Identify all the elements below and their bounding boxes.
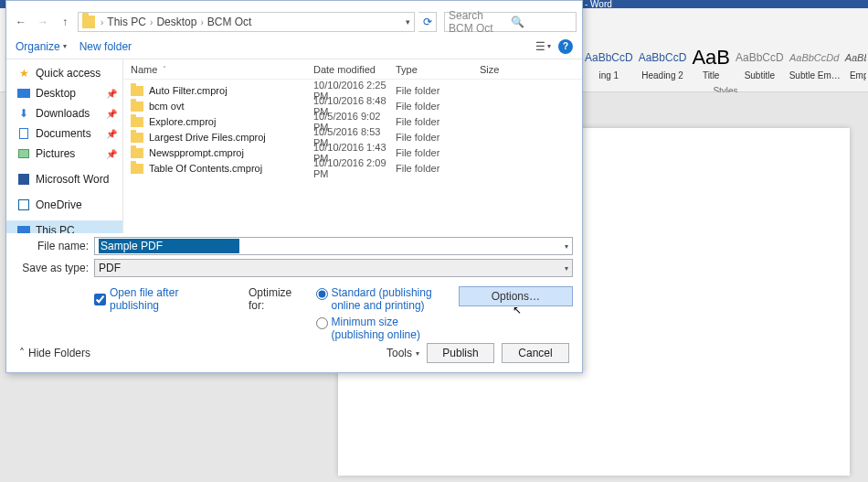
style-item[interactable]: AaBbCcDdSubtle Em… [789, 45, 840, 80]
search-icon: 🔍 [511, 16, 573, 28]
col-type: Type [388, 64, 472, 75]
chevron-down-icon[interactable]: ▾ [565, 264, 568, 273]
search-placeholder: Search BCM Oct [449, 9, 511, 35]
desk-icon [17, 88, 30, 99]
options-area: Open file after publishing Optimize for:… [6, 283, 582, 341]
folder-icon [131, 148, 143, 158]
style-item[interactable]: AaBTitle [692, 45, 730, 80]
star-icon: ★ [17, 68, 30, 79]
open-after-checkbox[interactable]: Open file after publishing [94, 286, 230, 312]
navpane-item[interactable]: Desktop📌 [6, 83, 122, 103]
save-dialog: ← → ↑ › This PC › Desktop › BCM Oct ▾ ⟳ … [5, 0, 583, 373]
navpane-item[interactable]: Documents📌 [6, 123, 122, 144]
refresh-button[interactable]: ⟳ [418, 12, 437, 32]
optimize-standard-radio[interactable]: Standard (publishing online and printing… [316, 286, 440, 312]
file-rows: Auto Filter.cmproj10/10/2016 2:25 PMFile… [123, 80, 582, 233]
style-item[interactable]: AaBbCcDing 1 [585, 45, 633, 80]
organize-menu[interactable]: Organize▾ [16, 40, 67, 53]
styles-gallery: AaBbCcDing 1AaBbCcDHeading 2AaBTitleAaBb… [585, 40, 866, 84]
file-name-input[interactable]: ▾ [94, 237, 573, 255]
file-row[interactable]: Table Of Contents.cmproj10/10/2016 2:09 … [123, 157, 582, 173]
navpane-label: This PC [36, 224, 75, 233]
pin-icon: 📌 [106, 149, 117, 159]
pin-icon: 📌 [106, 129, 117, 139]
chevron-up-icon: ˄ [19, 347, 25, 359]
save-type-label: Save as type: [16, 262, 89, 274]
navpane-item[interactable]: Pictures📌 [6, 144, 122, 164]
navpane-item[interactable]: OneDrive [6, 195, 122, 215]
navpane-item[interactable]: ⬇Downloads📌 [6, 103, 122, 123]
chevron-right-icon: › [101, 17, 103, 27]
help-button[interactable]: ? [558, 39, 573, 54]
pin-icon: 📌 [106, 109, 117, 119]
doc-icon [17, 128, 30, 139]
chevron-down-icon[interactable]: ▾ [565, 242, 568, 251]
navpane-label: Quick access [36, 67, 101, 80]
col-size: Size [472, 64, 545, 75]
cancel-button[interactable]: Cancel [502, 343, 569, 363]
style-item[interactable]: AaBbCcDSubtitle [736, 45, 784, 80]
tools-menu[interactable]: Tools ▾ [386, 347, 419, 359]
navpane-label: Desktop [36, 87, 76, 100]
folder-icon [131, 102, 143, 112]
publish-button[interactable]: Publish [427, 343, 494, 363]
chevron-down-icon[interactable]: ▾ [406, 17, 410, 27]
optimize-for: Optimize for: Standard (publishing onlin… [249, 286, 440, 341]
optimize-minimum-radio[interactable]: Minimum size (publishing online) [316, 316, 440, 341]
fields: File name: ▾ Save as type: PDF ▾ [6, 233, 582, 283]
navpane-label: Documents [36, 127, 91, 140]
file-row[interactable]: Auto Filter.cmproj10/10/2016 2:25 PMFile… [123, 80, 582, 95]
nav-row: ← → ↑ › This PC › Desktop › BCM Oct ▾ ⟳ … [6, 10, 582, 34]
forward-button[interactable]: → [34, 13, 52, 31]
word-title: - Word [585, 0, 612, 8]
folder-icon [82, 16, 95, 28]
chevron-right-icon: › [200, 17, 203, 27]
file-row[interactable]: bcm ovt10/10/2016 8:48 PMFile folder [123, 95, 582, 111]
navpane-label: Downloads [36, 107, 90, 120]
optimize-label: Optimize for: [249, 286, 311, 312]
folder-icon [131, 164, 143, 174]
file-row[interactable]: Explore.cmproj10/5/2016 9:02 PMFile fold… [123, 111, 582, 126]
pc-icon [17, 225, 30, 233]
style-item[interactable]: AaBbCcDHeading 2 [639, 45, 687, 80]
cursor-icon: ↖ [513, 304, 522, 316]
col-name: Name˄ [123, 64, 306, 75]
search-input[interactable]: Search BCM Oct 🔍 [444, 12, 577, 32]
file-list: Name˄ Date modified Type Size Auto Filte… [123, 59, 582, 233]
file-row[interactable]: Largest Drive Files.cmproj10/5/2016 8:53… [123, 126, 582, 142]
navpane-item[interactable]: This PC [6, 220, 122, 233]
col-modified: Date modified [306, 64, 388, 75]
wordic-icon [17, 174, 30, 185]
dialog-toolbar: Organize▾ New folder ☰▾ ? [6, 34, 582, 59]
navpane-item[interactable]: ★Quick access [6, 63, 122, 83]
nav-pane: ★Quick accessDesktop📌⬇Downloads📌Document… [6, 59, 123, 233]
crumb-bcm-oct[interactable]: BCM Oct [207, 16, 252, 28]
navpane-item[interactable]: Microsoft Word [6, 169, 122, 189]
up-button[interactable]: ↑ [56, 13, 74, 31]
chevron-right-icon: › [150, 17, 153, 27]
crumb-desktop[interactable]: Desktop [156, 16, 196, 28]
od-icon [17, 199, 30, 210]
folder-icon [131, 133, 143, 143]
chevron-down-icon: ▾ [416, 349, 419, 358]
options-button[interactable]: Options… ↖ [459, 286, 573, 306]
sort-indicator: ˄ [163, 65, 166, 73]
column-headers[interactable]: Name˄ Date modified Type Size [123, 59, 582, 80]
breadcrumb[interactable]: › This PC › Desktop › BCM Oct ▾ [78, 12, 415, 32]
file-name-label: File name: [16, 240, 89, 252]
folder-icon [131, 86, 143, 96]
folder-icon [131, 117, 143, 127]
navpane-label: OneDrive [36, 198, 82, 211]
bottom-row: ˄ Hide Folders Tools ▾ Publish Cancel [6, 341, 582, 372]
crumb-this-pc[interactable]: This PC [107, 16, 146, 28]
hide-folders-toggle[interactable]: ˄ Hide Folders [19, 347, 90, 359]
navpane-label: Pictures [36, 147, 75, 160]
style-item[interactable]: AaBbCcDdEmphasis [845, 45, 866, 80]
back-button[interactable]: ← [12, 13, 30, 31]
file-row[interactable]: Newspprompt.cmproj10/10/2016 1:43 PMFile… [123, 142, 582, 157]
save-type-select[interactable]: PDF ▾ [94, 259, 573, 277]
new-folder-button[interactable]: New folder [79, 40, 132, 53]
pic-icon [17, 148, 30, 159]
pin-icon: 📌 [106, 89, 117, 99]
view-mode-button[interactable]: ☰▾ [533, 37, 553, 56]
